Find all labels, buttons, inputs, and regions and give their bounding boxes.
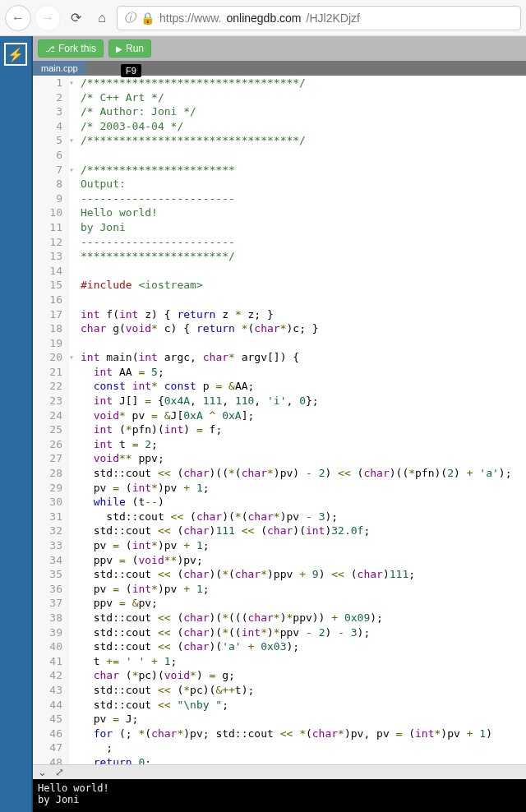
run-button[interactable]: ▶ Run (108, 39, 151, 58)
code-line[interactable]: 18char g(void* c) { return *(char*)c; } (33, 321, 526, 336)
line-number: 31 (33, 510, 69, 524)
line-number: 6 (33, 148, 69, 163)
code-line[interactable]: 1▾/*********************************/ (33, 76, 526, 90)
code-text: t += ' ' + 1; (79, 654, 177, 669)
code-line[interactable]: 31 std::cout << (char)(*(char*)pv - 3); (33, 510, 526, 524)
code-line[interactable]: 28 std::cout << (char)((*(char*)pv) - 2)… (33, 466, 526, 481)
fold-toggle (69, 249, 79, 264)
fold-toggle (69, 466, 79, 481)
code-line[interactable]: 15#include <iostream> (33, 278, 526, 293)
line-number: 3 (33, 104, 69, 119)
fold-toggle (69, 538, 79, 553)
code-line[interactable]: 2/* C++ Art */ (33, 90, 526, 105)
code-line[interactable]: 3/* Author: Joni */ (33, 104, 526, 119)
tab-main-cpp[interactable]: main.cpp (33, 61, 86, 76)
fold-toggle (69, 235, 79, 250)
code-line[interactable]: 30 while (t--) (33, 495, 526, 510)
code-line[interactable]: 14 (33, 264, 526, 279)
code-line[interactable]: 13***********************/ (33, 249, 526, 264)
code-text (79, 336, 81, 351)
code-line[interactable]: 8Output: (33, 177, 526, 191)
code-text: ; (79, 740, 113, 755)
code-line[interactable]: 32 std::cout << (char)111 << (char)(int)… (33, 524, 526, 538)
code-line[interactable]: 36 pv = (int*)pv + 1; (33, 582, 526, 597)
fold-toggle (69, 668, 79, 683)
code-line[interactable]: 9------------------------ (33, 191, 526, 206)
fold-toggle[interactable]: ▾ (69, 350, 79, 365)
code-line[interactable]: 12------------------------ (33, 235, 526, 250)
code-line[interactable]: 21 int AA = 5; (33, 365, 526, 380)
line-number: 16 (33, 293, 69, 307)
line-number: 43 (33, 683, 69, 698)
code-line[interactable]: 42 char (*pc)(void*) = g; (33, 668, 526, 683)
code-line[interactable]: 40 std::cout << (char)('a' + 0x03); (33, 639, 526, 654)
line-number: 5 (33, 133, 69, 148)
fold-toggle[interactable]: ▾ (69, 133, 79, 148)
fold-toggle (69, 567, 79, 582)
code-line[interactable]: 24 void* pv = &J[0xA ^ 0xA]; (33, 408, 526, 423)
fold-toggle[interactable]: ▾ (69, 76, 79, 90)
code-line[interactable]: 45 pv = J; (33, 712, 526, 727)
line-number: 21 (33, 365, 69, 380)
code-line[interactable]: 22 const int* const p = &AA; (33, 379, 526, 394)
fold-toggle[interactable]: ▾ (69, 163, 79, 178)
code-line[interactable]: 10Hello world! (33, 205, 526, 220)
code-text: std::cout << "\nby "; (79, 698, 228, 713)
code-line[interactable]: 48 return 0; (33, 755, 526, 764)
reload-button[interactable]: ⟳ (64, 7, 87, 30)
code-line[interactable]: 39 std::cout << (char)(*((int*)*ppv - 2)… (33, 625, 526, 640)
reload-icon: ⟳ (71, 10, 81, 25)
code-line[interactable]: 7▾/*********************** (33, 163, 526, 178)
code-line[interactable]: 43 std::cout << (*pc)(&++t); (33, 683, 526, 698)
code-line[interactable]: 5▾/*********************************/ (33, 133, 526, 148)
code-line[interactable]: 4/* 2003-04-04 */ (33, 119, 526, 134)
expand-icon[interactable]: ⤢ (55, 766, 64, 778)
url-path: /HJl2KDjzf (307, 12, 360, 25)
code-line[interactable]: 34 ppv = (void**)pv; (33, 553, 526, 568)
fork-label: Fork this (58, 43, 96, 54)
line-number: 8 (33, 177, 69, 191)
logo-bolt-icon[interactable]: ⚡ (4, 43, 27, 66)
code-line[interactable]: 47 ; (33, 740, 526, 755)
code-line[interactable]: 26 int t = 2; (33, 437, 526, 452)
home-button[interactable]: ⌂ (90, 7, 113, 30)
chevron-down-icon[interactable]: ⌄ (38, 766, 47, 778)
code-line[interactable]: 44 std::cout << "\nby "; (33, 698, 526, 713)
code-line[interactable]: 11by Joni (33, 220, 526, 235)
code-line[interactable]: 38 std::cout << (char)(*(((char*)*ppv)) … (33, 611, 526, 625)
console-output: Hello world! by Joni (33, 779, 526, 812)
code-line[interactable]: 23 int J[] = {0x4A, 111, 110, 'i', 0}; (33, 394, 526, 408)
fold-toggle (69, 379, 79, 394)
arrow-right-icon: → (41, 11, 54, 25)
code-editor[interactable]: 1▾/*********************************/2/*… (33, 76, 526, 764)
code-line[interactable]: 19 (33, 336, 526, 351)
code-line[interactable]: 25 int (*pfn)(int) = f; (33, 422, 526, 437)
code-line[interactable]: 46 for (; *(char*)pv; std::cout << *(cha… (33, 727, 526, 741)
back-button[interactable]: ← (5, 5, 31, 31)
code-line[interactable]: 35 std::cout << (char)(*(char*)ppv + 9) … (33, 567, 526, 582)
line-number: 7 (33, 163, 69, 178)
code-line[interactable]: 41 t += ' ' + 1; (33, 654, 526, 669)
code-line[interactable]: 17int f(int z) { return z * z; } (33, 307, 526, 322)
code-line[interactable]: 29 pv = (int*)pv + 1; (33, 481, 526, 496)
code-line[interactable]: 20▾int main(int argc, char* argv[]) { (33, 350, 526, 365)
forward-button[interactable]: → (35, 5, 61, 31)
line-number: 14 (33, 264, 69, 279)
fold-toggle (69, 191, 79, 206)
code-line[interactable]: 33 pv = (int*)pv + 1; (33, 538, 526, 553)
address-bar[interactable]: ⓘ 🔒 https://www.onlinegdb.com/HJl2KDjzf (117, 6, 521, 30)
line-number: 40 (33, 639, 69, 654)
code-text: std::cout << (char)111 << (char)(int)32.… (79, 524, 370, 538)
line-number: 41 (33, 654, 69, 669)
code-text (79, 293, 81, 307)
line-number: 39 (33, 625, 69, 640)
fork-button[interactable]: ⎇ Fork this (38, 39, 104, 58)
code-text: int (*pfn)(int) = f; (79, 422, 222, 437)
line-number: 26 (33, 437, 69, 452)
code-line[interactable]: 27 void** ppv; (33, 451, 526, 466)
code-text: std::cout << (char)('a' + 0x03); (79, 639, 299, 654)
code-line[interactable]: 6 (33, 148, 526, 163)
code-line[interactable]: 16 (33, 293, 526, 307)
fold-toggle (69, 639, 79, 654)
code-line[interactable]: 37 ppv = &pv; (33, 596, 526, 611)
